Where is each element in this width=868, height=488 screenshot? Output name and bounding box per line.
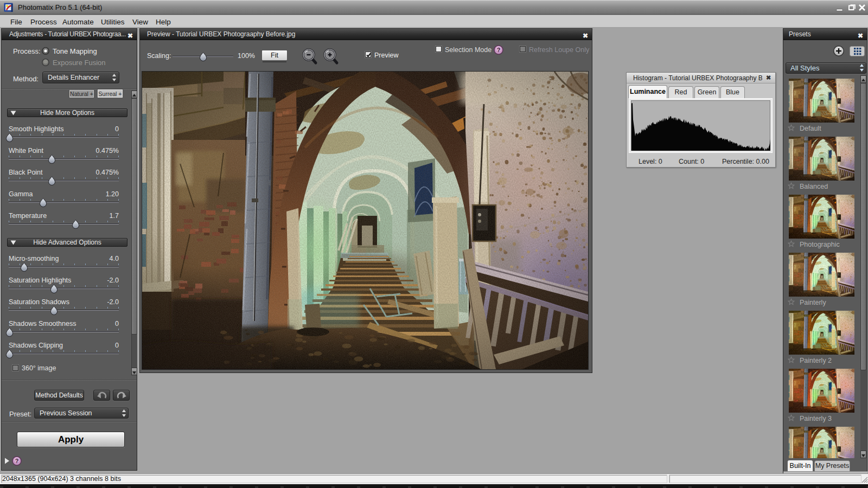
svg-text:?: ? — [15, 458, 19, 464]
svg-text:?: ? — [497, 47, 501, 53]
